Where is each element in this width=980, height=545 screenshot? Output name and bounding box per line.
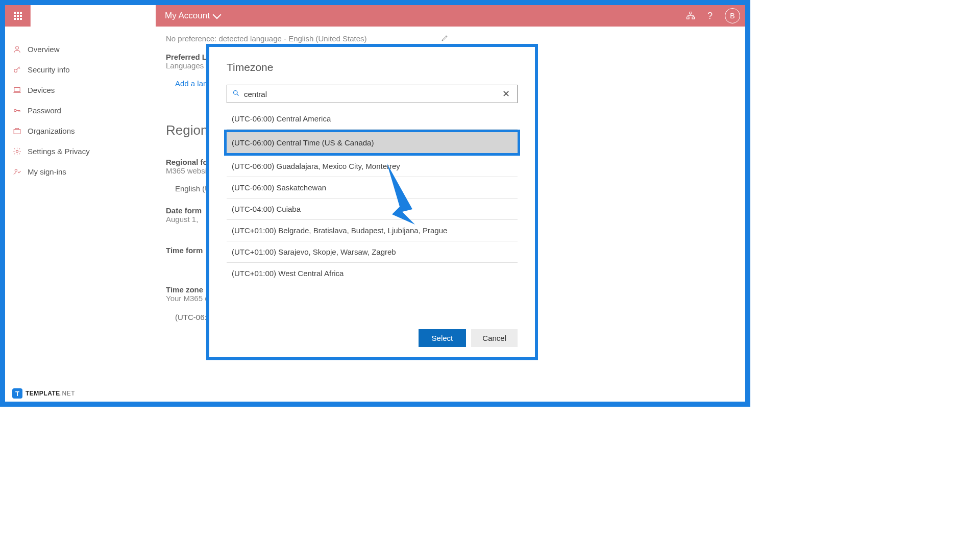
- watermark-badge-icon: T: [12, 388, 22, 399]
- sidebar-item-organizations[interactable]: Organizations: [5, 120, 133, 141]
- org-chart-icon[interactable]: [686, 11, 695, 20]
- signin-icon: [12, 167, 21, 176]
- svg-point-4: [14, 69, 17, 72]
- briefcase-icon: [12, 126, 21, 135]
- timezone-list: (UTC-06:00) Central America (UTC-06:00) …: [227, 108, 518, 319]
- timezone-option[interactable]: (UTC+01:00) Sarajevo, Skopje, Warsaw, Za…: [227, 241, 518, 263]
- select-button[interactable]: Select: [419, 329, 467, 347]
- timezone-option[interactable]: (UTC-06:00) Central America: [227, 108, 518, 130]
- sidebar-item-password[interactable]: Password: [5, 100, 133, 120]
- sidebar-item-label: Password: [28, 106, 61, 115]
- top-bar: My Account ? B: [5, 5, 745, 27]
- svg-point-3: [15, 46, 18, 49]
- sidebar-item-label: My sign-ins: [28, 167, 66, 176]
- watermark-badge-text: T: [15, 390, 19, 398]
- svg-point-6: [14, 109, 16, 111]
- watermark-text: TEMPLATE.NET: [26, 390, 75, 397]
- sidebar-item-label: Overview: [28, 45, 60, 54]
- avatar-initial: B: [730, 12, 734, 20]
- cancel-button[interactable]: Cancel: [471, 329, 518, 347]
- chevron-down-icon: [212, 11, 221, 19]
- modal-buttons: Select Cancel: [227, 319, 518, 347]
- svg-rect-7: [14, 129, 20, 133]
- sidebar-item-devices[interactable]: Devices: [5, 80, 133, 100]
- app-launcher-button[interactable]: [5, 5, 31, 27]
- timezone-search-input[interactable]: [244, 90, 500, 98]
- sidebar-item-label: Devices: [28, 86, 55, 94]
- sidebar-item-overview[interactable]: Overview: [5, 39, 133, 59]
- sidebar-item-label: Organizations: [28, 127, 75, 135]
- sidebar-item-label: Settings & Privacy: [28, 147, 90, 156]
- sidebar-item-signins[interactable]: My sign-ins: [5, 161, 133, 182]
- svg-point-10: [234, 91, 238, 95]
- search-icon: [232, 89, 240, 98]
- timezone-option[interactable]: (UTC+01:00) Belgrade, Bratislava, Budape…: [227, 220, 518, 241]
- svg-rect-5: [14, 87, 19, 91]
- page-title: My Account: [165, 11, 210, 21]
- svg-rect-0: [690, 12, 692, 14]
- sidebar-item-label: Security info: [28, 65, 70, 74]
- edit-pencil-icon[interactable]: [441, 34, 449, 43]
- timezone-option[interactable]: (UTC+01:00) West Central Africa: [227, 263, 518, 284]
- svg-point-9: [15, 169, 17, 171]
- timezone-option[interactable]: (UTC-06:00) Guadalajara, Mexico City, Mo…: [227, 156, 518, 177]
- detected-language-text: No preference: detected language - Engli…: [166, 34, 367, 43]
- timezone-option[interactable]: (UTC-06:00) Saskatchewan: [227, 177, 518, 199]
- sidebar-item-settings[interactable]: Settings & Privacy: [5, 141, 133, 161]
- svg-point-8: [16, 150, 18, 152]
- my-account-dropdown[interactable]: My Account: [156, 5, 229, 27]
- watermark: T TEMPLATE.NET: [12, 388, 75, 399]
- key-icon: [12, 65, 21, 74]
- timezone-modal: Timezone ✕ (UTC-06:00) Central America (…: [206, 44, 538, 360]
- user-avatar[interactable]: B: [725, 8, 740, 23]
- modal-inner: Timezone ✕ (UTC-06:00) Central America (…: [209, 47, 535, 357]
- svg-rect-1: [687, 17, 689, 19]
- clear-search-icon[interactable]: ✕: [500, 88, 512, 100]
- lock-key-icon: [12, 106, 21, 115]
- app-viewport: My Account ? B Overview Security info De…: [0, 0, 750, 407]
- timezone-option-highlighted[interactable]: (UTC-06:00) Central Time (US & Canada): [227, 132, 518, 153]
- gear-icon: [12, 146, 21, 156]
- sidebar-spacer: [31, 5, 156, 27]
- laptop-icon: [12, 85, 21, 94]
- timezone-option[interactable]: (UTC-04:00) Cuiaba: [227, 199, 518, 220]
- person-icon: [12, 44, 21, 54]
- sidebar-item-security[interactable]: Security info: [5, 59, 133, 80]
- waffle-icon: [14, 12, 22, 20]
- timezone-option-highlighted-wrap: (UTC-06:00) Central Time (US & Canada): [224, 130, 520, 156]
- svg-rect-2: [692, 17, 695, 19]
- search-box[interactable]: ✕: [227, 85, 518, 103]
- topbar-right: ? B: [686, 5, 740, 27]
- help-icon[interactable]: ?: [707, 11, 713, 21]
- sidebar: Overview Security info Devices Password …: [5, 36, 133, 185]
- modal-title: Timezone: [227, 61, 518, 73]
